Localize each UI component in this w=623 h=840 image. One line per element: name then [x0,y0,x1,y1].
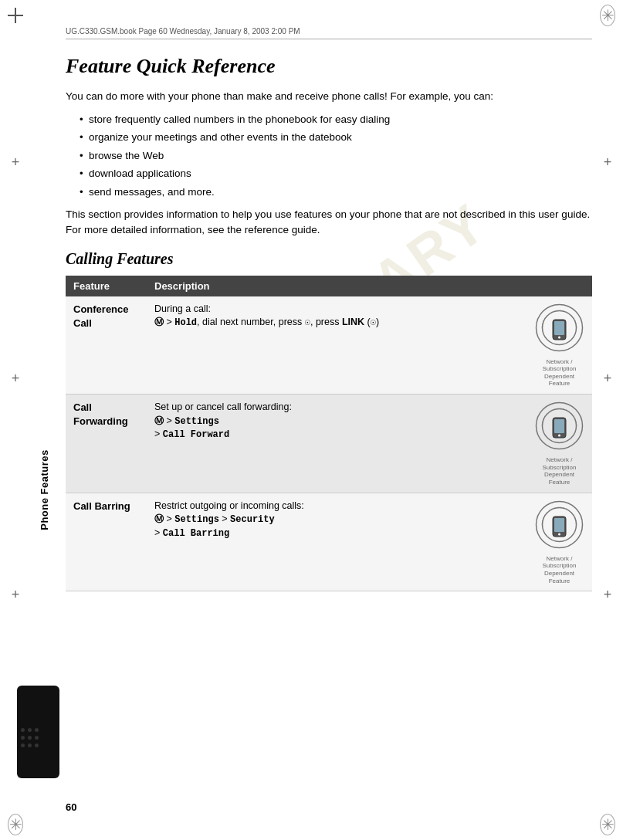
table-row-call-forwarding: Call Forwarding Set up or cancel call fo… [66,395,592,493]
network-dependent-icon-barring [534,500,584,550]
bullet-item-4: download applications [80,166,592,181]
bullet-item-3: browse the Web [80,148,592,164]
svg-point-9 [558,435,560,437]
corner-mark-tr [600,8,615,23]
bullet-list: store frequently called numbers in the p… [80,112,592,200]
left-margin-mark-1: + [8,154,23,170]
svg-rect-8 [554,419,564,433]
section-heading: Calling Features [66,250,592,268]
feature-icon-forwarding: Network / SubscriptionDependent Feature [527,395,592,493]
feature-name-conference: Conference Call [66,296,147,395]
feature-desc-conference: During a call: Ⓜ > Hold, dial next numbe… [147,296,527,395]
page-header: UG.C330.GSM.book Page 60 Wednesday, Janu… [66,27,592,39]
feature-name-forwarding: Call Forwarding [66,395,147,493]
main-content: UG.C330.GSM.book Page 60 Wednesday, Janu… [66,27,592,809]
sidebar-dots [21,728,39,747]
intro-paragraph-2: This section provides information to hel… [66,207,592,237]
bullet-item-2: organize your meetings and other events … [80,130,592,145]
col-header-description: Description [147,276,527,296]
svg-rect-3 [554,321,564,335]
right-margin-mark-2: + [600,371,615,386]
corner-mark-bl [8,817,23,832]
col-header-feature: Feature [66,276,147,296]
corner-mark-br [600,817,615,832]
sidebar-label: Phone Features [17,293,71,686]
page-title: Feature Quick Reference [66,55,592,78]
right-margin-mark-1: + [600,154,615,170]
svg-point-14 [558,533,560,535]
network-dependent-icon-conference [534,303,584,353]
feature-name-barring: Call Barring [66,493,147,591]
bullet-item-1: store frequently called numbers in the p… [80,112,592,127]
corner-mark-tl [8,8,23,23]
feature-desc-forwarding: Set up or cancel call forwarding: Ⓜ > Se… [147,395,527,493]
col-header-icon [527,276,592,296]
svg-point-4 [558,336,560,338]
feature-desc-barring: Restrict outgoing or incoming calls: Ⓜ >… [147,493,527,591]
table-row-conference-call: Conference Call During a call: Ⓜ > Hold,… [66,296,592,395]
network-dependent-icon-forwarding [534,401,584,451]
feature-icon-barring: Network / SubscriptionDependent Feature [527,493,592,591]
table-row-call-barring: Call Barring Restrict outgoing or incomi… [66,493,592,591]
feature-icon-conference: Network / SubscriptionDependent Feature [527,296,592,395]
svg-rect-13 [554,518,564,532]
right-margin-mark-3: + [600,587,615,602]
bullet-item-5: send messages, and more. [80,185,592,200]
intro-paragraph-1: You can do more with your phone than mak… [66,89,592,104]
feature-table: Feature Description Conference Call Duri… [66,276,592,592]
